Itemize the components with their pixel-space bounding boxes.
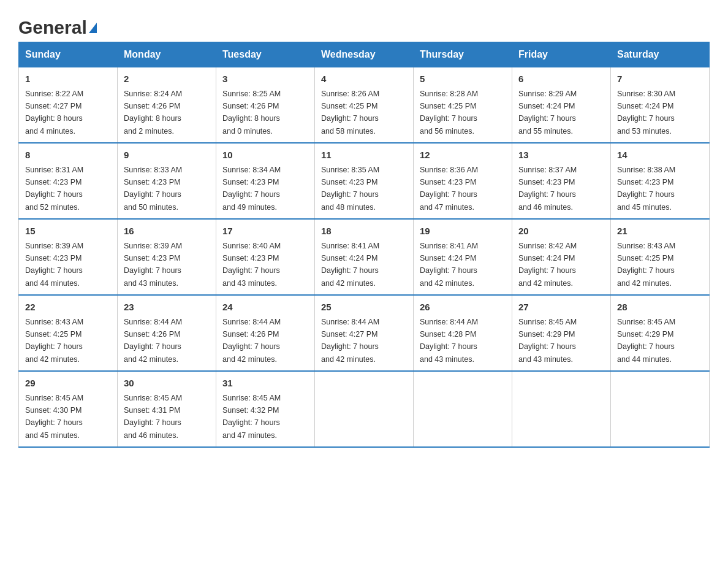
calendar-cell: 19Sunrise: 8:41 AMSunset: 4:24 PMDayligh… — [414, 219, 512, 295]
calendar-cell — [611, 371, 710, 447]
day-info: Sunrise: 8:41 AMSunset: 4:24 PMDaylight:… — [420, 242, 478, 288]
day-number: 20 — [518, 224, 604, 239]
day-number: 27 — [518, 301, 604, 315]
day-number: 14 — [617, 148, 703, 163]
day-info: Sunrise: 8:39 AMSunset: 4:23 PMDaylight:… — [124, 242, 182, 288]
day-info: Sunrise: 8:42 AMSunset: 4:24 PMDaylight:… — [518, 242, 577, 288]
day-info: Sunrise: 8:39 AMSunset: 4:23 PMDaylight:… — [25, 242, 83, 288]
calendar-cell: 8Sunrise: 8:31 AMSunset: 4:23 PMDaylight… — [19, 143, 118, 219]
calendar-week-row: 1Sunrise: 8:22 AMSunset: 4:27 PMDaylight… — [19, 67, 710, 143]
calendar-cell: 24Sunrise: 8:44 AMSunset: 4:26 PMDayligh… — [216, 295, 315, 371]
calendar-cell: 20Sunrise: 8:42 AMSunset: 4:24 PMDayligh… — [512, 219, 611, 295]
calendar-cell: 5Sunrise: 8:28 AMSunset: 4:25 PMDaylight… — [414, 67, 512, 143]
day-info: Sunrise: 8:35 AMSunset: 4:23 PMDaylight:… — [321, 166, 379, 212]
day-info: Sunrise: 8:37 AMSunset: 4:23 PMDaylight:… — [518, 166, 577, 212]
day-info: Sunrise: 8:45 AMSunset: 4:29 PMDaylight:… — [518, 318, 577, 364]
day-number: 11 — [321, 148, 407, 163]
calendar-cell: 28Sunrise: 8:45 AMSunset: 4:29 PMDayligh… — [611, 295, 710, 371]
day-info: Sunrise: 8:40 AMSunset: 4:23 PMDaylight:… — [222, 242, 281, 288]
day-number: 5 — [420, 72, 506, 86]
calendar-cell: 22Sunrise: 8:43 AMSunset: 4:25 PMDayligh… — [19, 295, 118, 371]
day-info: Sunrise: 8:44 AMSunset: 4:26 PMDaylight:… — [124, 318, 182, 364]
day-number: 3 — [222, 72, 308, 86]
calendar-cell: 25Sunrise: 8:44 AMSunset: 4:27 PMDayligh… — [315, 295, 414, 371]
day-number: 8 — [25, 148, 111, 163]
day-number: 26 — [420, 301, 506, 315]
day-info: Sunrise: 8:45 AMSunset: 4:30 PMDaylight:… — [25, 394, 83, 440]
day-info: Sunrise: 8:44 AMSunset: 4:28 PMDaylight:… — [420, 318, 478, 364]
col-header-thursday: Thursday — [414, 42, 512, 67]
calendar-cell: 27Sunrise: 8:45 AMSunset: 4:29 PMDayligh… — [512, 295, 611, 371]
day-number: 16 — [124, 224, 210, 239]
day-info: Sunrise: 8:25 AMSunset: 4:26 PMDaylight:… — [222, 90, 281, 136]
col-header-friday: Friday — [512, 42, 611, 67]
col-header-tuesday: Tuesday — [216, 42, 315, 67]
logo: General — [18, 18, 97, 36]
day-info: Sunrise: 8:22 AMSunset: 4:27 PMDaylight:… — [25, 90, 83, 136]
col-header-sunday: Sunday — [19, 42, 118, 67]
day-number: 31 — [222, 377, 308, 391]
day-info: Sunrise: 8:31 AMSunset: 4:23 PMDaylight:… — [25, 166, 83, 212]
day-number: 1 — [25, 72, 111, 86]
calendar-cell: 13Sunrise: 8:37 AMSunset: 4:23 PMDayligh… — [512, 143, 611, 219]
calendar-cell: 3Sunrise: 8:25 AMSunset: 4:26 PMDaylight… — [216, 67, 315, 143]
day-info: Sunrise: 8:44 AMSunset: 4:27 PMDaylight:… — [321, 318, 379, 364]
day-number: 19 — [420, 224, 506, 239]
day-number: 24 — [222, 301, 308, 315]
calendar-cell: 4Sunrise: 8:26 AMSunset: 4:25 PMDaylight… — [315, 67, 414, 143]
calendar-cell: 16Sunrise: 8:39 AMSunset: 4:23 PMDayligh… — [118, 219, 216, 295]
calendar-cell: 10Sunrise: 8:34 AMSunset: 4:23 PMDayligh… — [216, 143, 315, 219]
day-number: 28 — [617, 301, 703, 315]
day-info: Sunrise: 8:45 AMSunset: 4:31 PMDaylight:… — [124, 394, 182, 440]
logo-arrow-icon — [89, 23, 97, 33]
calendar-cell — [512, 371, 611, 447]
day-info: Sunrise: 8:36 AMSunset: 4:23 PMDaylight:… — [420, 166, 478, 212]
col-header-monday: Monday — [118, 42, 216, 67]
calendar-cell: 14Sunrise: 8:38 AMSunset: 4:23 PMDayligh… — [611, 143, 710, 219]
calendar-cell: 2Sunrise: 8:24 AMSunset: 4:26 PMDaylight… — [118, 67, 216, 143]
logo-text-general: General — [18, 18, 87, 37]
calendar-cell: 1Sunrise: 8:22 AMSunset: 4:27 PMDaylight… — [19, 67, 118, 143]
day-number: 12 — [420, 148, 506, 163]
calendar-cell: 11Sunrise: 8:35 AMSunset: 4:23 PMDayligh… — [315, 143, 414, 219]
day-info: Sunrise: 8:24 AMSunset: 4:26 PMDaylight:… — [124, 90, 182, 136]
day-number: 15 — [25, 224, 111, 239]
calendar-week-row: 22Sunrise: 8:43 AMSunset: 4:25 PMDayligh… — [19, 295, 710, 371]
day-number: 9 — [124, 148, 210, 163]
day-number: 21 — [617, 224, 703, 239]
page-header: General — [18, 12, 710, 36]
calendar-cell: 26Sunrise: 8:44 AMSunset: 4:28 PMDayligh… — [414, 295, 512, 371]
day-number: 2 — [124, 72, 210, 86]
calendar-week-row: 15Sunrise: 8:39 AMSunset: 4:23 PMDayligh… — [19, 219, 710, 295]
col-header-wednesday: Wednesday — [315, 42, 414, 67]
calendar-cell: 21Sunrise: 8:43 AMSunset: 4:25 PMDayligh… — [611, 219, 710, 295]
day-number: 17 — [222, 224, 308, 239]
calendar-cell — [315, 371, 414, 447]
day-number: 13 — [518, 148, 604, 163]
calendar-table: SundayMondayTuesdayWednesdayThursdayFrid… — [18, 42, 710, 448]
calendar-cell: 12Sunrise: 8:36 AMSunset: 4:23 PMDayligh… — [414, 143, 512, 219]
day-number: 4 — [321, 72, 407, 86]
calendar-cell: 18Sunrise: 8:41 AMSunset: 4:24 PMDayligh… — [315, 219, 414, 295]
calendar-cell: 30Sunrise: 8:45 AMSunset: 4:31 PMDayligh… — [118, 371, 216, 447]
calendar-cell — [414, 371, 512, 447]
calendar-week-row: 29Sunrise: 8:45 AMSunset: 4:30 PMDayligh… — [19, 371, 710, 447]
calendar-cell: 15Sunrise: 8:39 AMSunset: 4:23 PMDayligh… — [19, 219, 118, 295]
day-number: 6 — [518, 72, 604, 86]
day-info: Sunrise: 8:38 AMSunset: 4:23 PMDaylight:… — [617, 166, 675, 212]
calendar-cell: 29Sunrise: 8:45 AMSunset: 4:30 PMDayligh… — [19, 371, 118, 447]
day-number: 22 — [25, 301, 111, 315]
day-info: Sunrise: 8:26 AMSunset: 4:25 PMDaylight:… — [321, 90, 379, 136]
day-info: Sunrise: 8:45 AMSunset: 4:32 PMDaylight:… — [222, 394, 281, 440]
day-info: Sunrise: 8:28 AMSunset: 4:25 PMDaylight:… — [420, 90, 478, 136]
calendar-cell: 17Sunrise: 8:40 AMSunset: 4:23 PMDayligh… — [216, 219, 315, 295]
day-number: 29 — [25, 377, 111, 391]
day-info: Sunrise: 8:34 AMSunset: 4:23 PMDaylight:… — [222, 166, 281, 212]
calendar-week-row: 8Sunrise: 8:31 AMSunset: 4:23 PMDaylight… — [19, 143, 710, 219]
calendar-cell: 31Sunrise: 8:45 AMSunset: 4:32 PMDayligh… — [216, 371, 315, 447]
day-info: Sunrise: 8:29 AMSunset: 4:24 PMDaylight:… — [518, 90, 577, 136]
calendar-cell: 7Sunrise: 8:30 AMSunset: 4:24 PMDaylight… — [611, 67, 710, 143]
day-info: Sunrise: 8:41 AMSunset: 4:24 PMDaylight:… — [321, 242, 379, 288]
col-header-saturday: Saturday — [611, 42, 710, 67]
day-number: 10 — [222, 148, 308, 163]
